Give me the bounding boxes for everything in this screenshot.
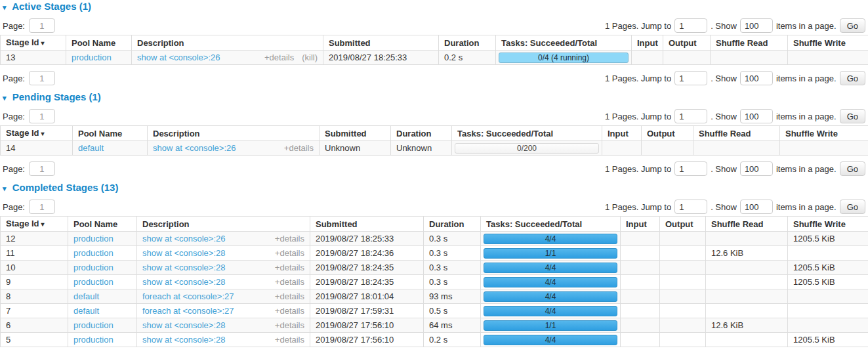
pool-name-link[interactable]: production [73, 248, 114, 258]
pool-name-link[interactable]: production [73, 234, 114, 244]
column-header-input[interactable]: Input [602, 126, 642, 141]
output-cell [663, 51, 711, 65]
output-cell [660, 333, 706, 347]
section-header-pending-stages[interactable]: ▾ Pending Stages (1) [3, 92, 868, 103]
pool-name-link[interactable]: production [73, 320, 114, 330]
go-button[interactable]: Go [840, 71, 865, 85]
column-header-shuffle-write[interactable]: Shuffle Write [788, 217, 868, 232]
column-header-duration[interactable]: Duration [391, 126, 452, 141]
pool-name-link[interactable]: production [73, 335, 114, 345]
pool-name-cell: production [68, 333, 137, 347]
jump-to-input[interactable] [674, 18, 707, 33]
kill-stage-link[interactable]: (kill) [302, 53, 318, 62]
details-toggle-link[interactable]: +details [275, 320, 304, 330]
details-toggle-link[interactable]: +details [264, 53, 294, 62]
pool-name-link[interactable]: default [73, 306, 99, 316]
duration-cell: 0.5 s [424, 304, 481, 318]
description-link[interactable]: foreach at <console>:27 [142, 291, 234, 301]
column-header-description[interactable]: Description [148, 126, 320, 141]
show-items-input[interactable] [740, 161, 773, 176]
go-button[interactable]: Go [840, 18, 865, 33]
column-header-shuffle-read[interactable]: Shuffle Read [693, 126, 780, 141]
description-link[interactable]: show at <console>:28 [142, 277, 225, 287]
description-link[interactable]: show at <console>:28 [142, 248, 225, 258]
pool-name-link[interactable]: default [73, 291, 99, 301]
items-per-page-label: items in a page. [776, 112, 837, 121]
page-input[interactable] [29, 200, 55, 214]
details-toggle-link[interactable]: +details [275, 291, 304, 301]
column-header-stage-id[interactable]: Stage Id▾ [1, 35, 66, 51]
column-header-output[interactable]: Output [642, 126, 693, 141]
stage-id-cell: 11 [1, 246, 68, 261]
column-header-description[interactable]: Description [137, 217, 310, 232]
jump-to-input[interactable] [674, 161, 707, 176]
description-link[interactable]: foreach at <console>:27 [142, 306, 234, 316]
description-link[interactable]: show at <console>:26 [137, 53, 220, 62]
details-toggle-link[interactable]: +details [275, 335, 304, 345]
pagination-left: Page: [1, 71, 55, 85]
description-link[interactable]: show at <console>:28 [142, 320, 225, 330]
show-items-input[interactable] [740, 200, 773, 214]
description-link[interactable]: show at <console>:28 [142, 335, 225, 345]
column-header-pool-name[interactable]: Pool Name [68, 217, 137, 232]
pool-name-link[interactable]: production [73, 263, 114, 272]
column-header-tasks[interactable]: Tasks: Succeeded/Total [496, 35, 632, 51]
table-row: 13productionshow at <console>:26+details… [1, 51, 868, 65]
jump-to-input[interactable] [674, 71, 707, 85]
details-toggle-link[interactable]: +details [275, 306, 304, 316]
column-header-stage-id[interactable]: Stage Id▾ [1, 217, 68, 232]
column-header-tasks[interactable]: Tasks: Succeeded/Total [452, 126, 602, 141]
column-header-duration[interactable]: Duration [424, 217, 481, 232]
page-input[interactable] [29, 18, 55, 33]
column-header-pool-name[interactable]: Pool Name [73, 126, 148, 141]
details-toggle-link[interactable]: +details [275, 234, 304, 244]
column-header-output[interactable]: Output [663, 35, 711, 51]
tasks-progress-label: 4/4 [484, 234, 617, 244]
show-items-input[interactable] [740, 71, 773, 85]
jump-to-input[interactable] [674, 200, 707, 214]
column-header-shuffle-read[interactable]: Shuffle Read [706, 217, 788, 232]
pages-count-label: 1 Pages. Jump to [605, 164, 671, 174]
column-header-shuffle-write[interactable]: Shuffle Write [780, 126, 868, 141]
column-header-stage-id[interactable]: Stage Id▾ [1, 126, 73, 141]
go-button[interactable]: Go [840, 200, 865, 214]
pool-name-cell: production [68, 246, 137, 261]
column-header-submitted[interactable]: Submitted [323, 35, 439, 51]
column-header-duration[interactable]: Duration [439, 35, 496, 51]
column-header-input[interactable]: Input [621, 217, 660, 232]
show-label: . Show [711, 21, 737, 31]
go-button[interactable]: Go [840, 161, 865, 176]
column-header-submitted[interactable]: Submitted [310, 217, 424, 232]
column-header-input[interactable]: Input [632, 35, 663, 51]
pool-name-link[interactable]: production [72, 53, 112, 62]
column-header-description[interactable]: Description [132, 35, 323, 51]
column-header-shuffle-write[interactable]: Shuffle Write [788, 35, 868, 51]
column-header-pool-name[interactable]: Pool Name [66, 35, 132, 51]
pagination-left: Page: [1, 18, 55, 33]
description-link[interactable]: show at <console>:26 [142, 234, 225, 244]
details-toggle-link[interactable]: +details [284, 143, 314, 153]
section-header-active-stages[interactable]: ▾ Active Stages (1) [3, 1, 868, 12]
description-link[interactable]: show at <console>:28 [142, 263, 225, 272]
page-input[interactable] [29, 109, 55, 123]
column-header-submitted[interactable]: Submitted [320, 126, 391, 141]
details-toggle-link[interactable]: +details [275, 248, 304, 258]
submitted-cell: 2019/08/27 18:24:36 [310, 246, 424, 261]
page-input[interactable] [29, 71, 55, 85]
pages-count-label: 1 Pages. Jump to [605, 21, 671, 31]
show-items-input[interactable] [740, 18, 773, 33]
details-toggle-link[interactable]: +details [275, 263, 304, 272]
column-header-shuffle-read[interactable]: Shuffle Read [711, 35, 788, 51]
page-input[interactable] [29, 161, 55, 176]
section-header-completed-stages[interactable]: ▾ Completed Stages (13) [3, 182, 868, 194]
pool-name-link[interactable]: production [73, 277, 114, 287]
details-toggle-link[interactable]: +details [275, 277, 304, 287]
column-header-tasks[interactable]: Tasks: Succeeded/Total [481, 217, 621, 232]
description-link[interactable]: show at <console>:26 [153, 143, 236, 153]
column-header-output[interactable]: Output [660, 217, 706, 232]
go-button[interactable]: Go [840, 109, 865, 123]
jump-to-input[interactable] [674, 109, 707, 123]
pool-name-link[interactable]: default [78, 143, 104, 153]
show-items-input[interactable] [740, 109, 773, 123]
pages-count-label: 1 Pages. Jump to [605, 112, 671, 121]
